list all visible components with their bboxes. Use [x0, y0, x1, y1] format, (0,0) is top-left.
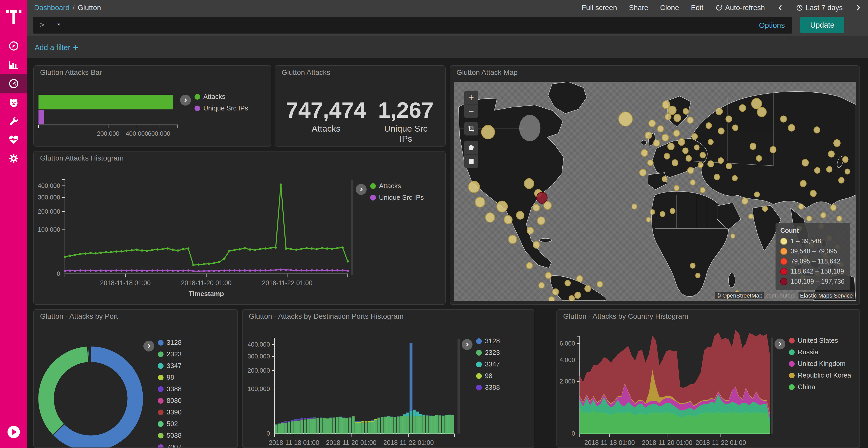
- legend-scrollbar[interactable]: [351, 180, 353, 275]
- legend-item[interactable]: 502: [158, 420, 182, 428]
- time-back-button[interactable]: [777, 4, 784, 11]
- map-draw-polygon-button[interactable]: [464, 141, 478, 154]
- legend-item[interactable]: 98: [476, 372, 500, 380]
- svg-text:2018-11-18 01:00: 2018-11-18 01:00: [100, 279, 151, 286]
- sidebar-item-monitoring[interactable]: [0, 131, 27, 149]
- sidebar-collapse-button[interactable]: [7, 426, 20, 438]
- map-count-legend: Count 1 – 39,54839,548 – 79,09579,095 – …: [776, 223, 850, 290]
- sidebar-item-management[interactable]: [0, 149, 27, 168]
- legend-label: 2323: [167, 350, 182, 358]
- legend-expand-button[interactable]: [462, 339, 472, 350]
- svg-text:Timestamp: Timestamp: [189, 290, 224, 298]
- panel-glutton-attacks-metric: Glutton Attacks 747,474 Attacks 1,267 Un…: [275, 65, 445, 146]
- breadcrumb-separator: /: [72, 4, 75, 12]
- legend-item[interactable]: Unique Src IPs: [370, 194, 424, 202]
- panel-title: Glutton Attacks Bar: [40, 68, 102, 77]
- legend-item[interactable]: 2323: [476, 349, 500, 357]
- sidebar-item-honeypot[interactable]: [0, 94, 27, 112]
- attacks-by-port-donut[interactable]: [34, 310, 238, 447]
- auto-refresh-button[interactable]: Auto-refresh: [715, 4, 765, 12]
- panel-title: Glutton Attack Map: [457, 68, 518, 77]
- legend-item[interactable]: Russia: [789, 348, 851, 356]
- map-fit-bounds-button[interactable]: [464, 122, 478, 136]
- sidebar-item-visualize[interactable]: [0, 55, 27, 74]
- svg-text:600,000: 600,000: [148, 130, 170, 137]
- legend-item[interactable]: 8080: [158, 397, 182, 405]
- legend-color-dot: [194, 106, 200, 111]
- map-legend-item: 158,189 – 197,736: [780, 278, 844, 285]
- legend-item[interactable]: 3388: [158, 385, 182, 393]
- bar-chart-icon: [8, 59, 19, 70]
- update-button[interactable]: Update: [800, 17, 844, 33]
- refresh-icon: [715, 4, 722, 11]
- legend-color-dot: [158, 386, 163, 392]
- breadcrumb-dashboard-link[interactable]: Dashboard: [34, 4, 69, 12]
- query-input-wrap: >_ Options: [33, 17, 792, 34]
- ems-attribution[interactable]: Elastic Maps Service: [799, 292, 854, 299]
- legend-expand-button[interactable]: [180, 95, 191, 106]
- map-zoom-in-button[interactable]: +: [464, 91, 478, 104]
- ports-histogram-legend: 312823233347983388: [476, 337, 500, 395]
- svg-text:400,000: 400,000: [38, 182, 60, 189]
- map-fit-control: [464, 122, 478, 136]
- sidebar-item-dashboard[interactable]: [0, 74, 27, 94]
- legend-item[interactable]: 3128: [476, 337, 500, 345]
- metric-value: 1,267: [378, 99, 433, 121]
- options-link[interactable]: Options: [759, 21, 785, 30]
- sidebar-item-dev-tools[interactable]: [0, 112, 27, 131]
- clone-button[interactable]: Clone: [660, 4, 679, 12]
- time-range-button[interactable]: Last 7 days: [796, 4, 843, 12]
- fullscreen-button[interactable]: Full screen: [582, 4, 617, 12]
- legend-item[interactable]: Attacks: [194, 93, 248, 101]
- legend-item[interactable]: 3347: [476, 360, 500, 368]
- time-forward-button[interactable]: [855, 4, 862, 11]
- sidebar-nav: [0, 37, 27, 168]
- legend-item[interactable]: Republic of Korea: [789, 371, 851, 379]
- svg-text:2018-11-22 01:00: 2018-11-22 01:00: [262, 279, 313, 286]
- legend-item[interactable]: China: [789, 383, 851, 391]
- svg-text:4,000: 4,000: [560, 356, 575, 364]
- svg-text:6,000: 6,000: [560, 340, 575, 347]
- legend-expand-button[interactable]: [356, 184, 367, 195]
- legend-item[interactable]: 3128: [158, 339, 182, 347]
- gear-icon: [8, 153, 19, 164]
- legend-label: 98: [485, 372, 492, 380]
- map-zoom-out-button[interactable]: −: [464, 104, 478, 118]
- legend-item[interactable]: 98: [158, 373, 182, 381]
- sidebar-item-discover[interactable]: [0, 37, 27, 55]
- legend-item[interactable]: 3388: [476, 383, 500, 391]
- legend-scrollbar[interactable]: [771, 338, 773, 434]
- metric-attacks: 747,474 Attacks: [286, 99, 366, 134]
- legend-color-dot: [789, 373, 795, 378]
- legend-item[interactable]: 5038: [158, 432, 182, 440]
- attacks-histogram-chart[interactable]: 100,000200,000300,000400,00002018-11-18 …: [34, 151, 445, 304]
- legend-item[interactable]: 7007: [158, 443, 182, 448]
- legend-label: Attacks: [203, 93, 225, 101]
- legend-item[interactable]: 3347: [158, 362, 182, 370]
- edit-button[interactable]: Edit: [691, 4, 703, 12]
- svg-text:2018-11-22 01:00: 2018-11-22 01:00: [383, 439, 434, 446]
- search-query-input[interactable]: [57, 21, 759, 30]
- legend-expand-button[interactable]: [144, 341, 154, 351]
- query-bar: >_ Options Update: [27, 15, 868, 36]
- legend-scrollbar[interactable]: [458, 339, 460, 434]
- legend-item[interactable]: United States: [789, 337, 851, 345]
- svg-text:100,000: 100,000: [247, 385, 270, 392]
- legend-item[interactable]: Unique Src IPs: [194, 104, 248, 112]
- legend-label: 7007: [167, 443, 182, 448]
- legend-item[interactable]: United Kingdom: [789, 360, 851, 368]
- legend-item[interactable]: 2323: [158, 350, 182, 358]
- world-map[interactable]: + −: [454, 82, 856, 301]
- svg-text:0: 0: [267, 430, 270, 437]
- osm-attribution[interactable]: © OpenStreetMap: [715, 292, 764, 299]
- legend-expand-button[interactable]: [774, 339, 785, 349]
- legend-color-dot: [476, 350, 482, 356]
- legend-item[interactable]: Attacks: [370, 182, 424, 190]
- map-draw-rectangle-button[interactable]: [464, 154, 478, 168]
- terminal-prompt-icon: >_: [40, 21, 49, 30]
- add-filter-link[interactable]: Add a filter +: [35, 43, 78, 53]
- share-button[interactable]: Share: [629, 4, 648, 12]
- legend-color-dot: [476, 338, 482, 344]
- telekom-logo[interactable]: [0, 3, 27, 30]
- legend-item[interactable]: 3390: [158, 408, 182, 416]
